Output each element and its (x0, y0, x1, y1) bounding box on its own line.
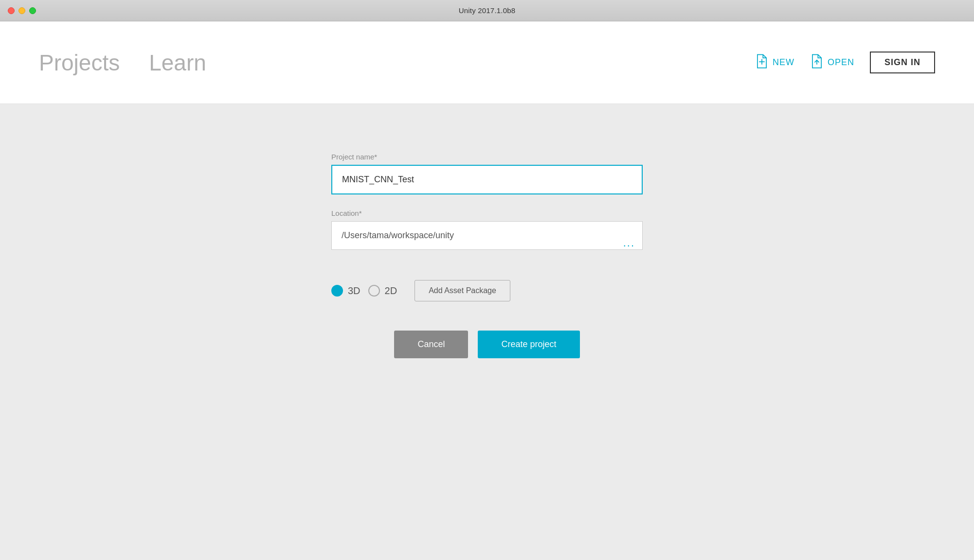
radio-2d[interactable]: 2D (368, 285, 397, 297)
new-icon (755, 53, 769, 71)
project-name-input[interactable] (331, 165, 643, 194)
buttons-row: Cancel Create project (331, 331, 643, 358)
add-asset-button[interactable]: Add Asset Package (415, 280, 510, 301)
location-wrapper: ... (331, 221, 643, 264)
cancel-button[interactable]: Cancel (394, 331, 468, 358)
nav-projects[interactable]: Projects (39, 50, 120, 76)
label-2d: 2D (385, 285, 397, 297)
traffic-lights (8, 7, 36, 14)
header: Projects Learn NEW (0, 21, 974, 104)
window-title: Unity 2017.1.0b8 (459, 6, 516, 15)
titlebar: Unity 2017.1.0b8 (0, 0, 974, 21)
create-project-button[interactable]: Create project (478, 331, 579, 358)
sign-in-button[interactable]: SIGN IN (870, 52, 935, 73)
nav-left: Projects Learn (39, 50, 755, 76)
radio-3d[interactable]: 3D (331, 285, 361, 297)
minimize-button[interactable] (18, 7, 25, 14)
dimension-row: 3D 2D Add Asset Package (331, 280, 643, 301)
open-icon (810, 53, 824, 71)
open-label: OPEN (828, 57, 854, 68)
project-name-label: Project name* (331, 153, 643, 161)
main-content: Project name* Location* ... 3D 2D Add As… (0, 104, 974, 560)
nav-learn[interactable]: Learn (149, 50, 206, 76)
browse-button[interactable]: ... (623, 237, 635, 249)
form-container: Project name* Location* ... 3D 2D Add As… (331, 153, 643, 358)
radio-3d-circle (331, 285, 343, 297)
nav-right: NEW OPEN SIGN IN (755, 52, 935, 73)
maximize-button[interactable] (29, 7, 36, 14)
radio-2d-circle (368, 285, 380, 297)
close-button[interactable] (8, 7, 15, 14)
label-3d: 3D (348, 285, 361, 297)
location-input[interactable] (331, 221, 643, 250)
new-button[interactable]: NEW (755, 53, 794, 71)
new-label: NEW (773, 57, 794, 68)
location-label: Location* (331, 209, 643, 217)
open-button[interactable]: OPEN (810, 53, 854, 71)
